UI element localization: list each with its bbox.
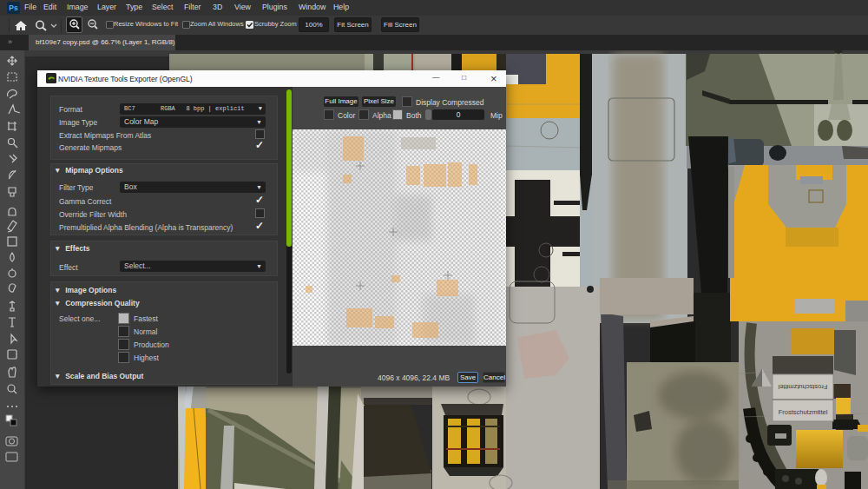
svg-text:Frostschutzmittel: Frostschutzmittel (778, 383, 827, 391)
svg-text:Frostschutzmittel: Frostschutzmittel (779, 408, 828, 416)
